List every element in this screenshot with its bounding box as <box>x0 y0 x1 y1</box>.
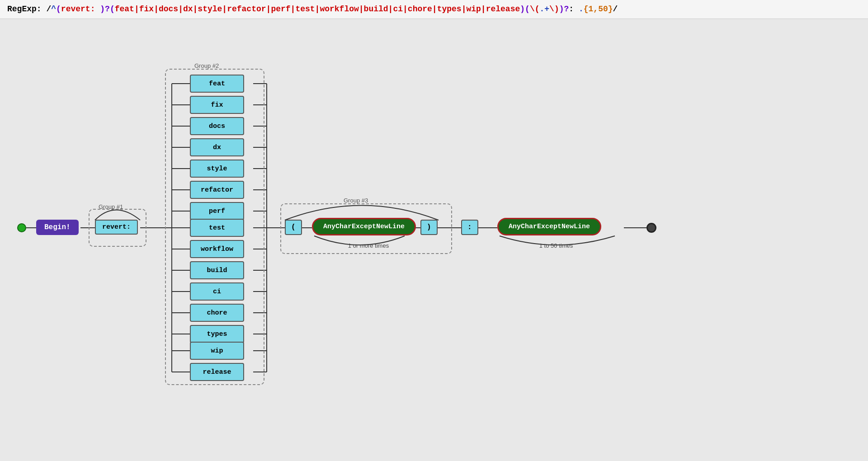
regex-dotplus: .+ <box>540 5 550 14</box>
group2-item-feat: feat <box>190 75 244 93</box>
regex-alts: feat|fix|docs|dx|style|refactor|perf|tes… <box>115 5 520 14</box>
group3-label: Group #3 <box>344 197 368 204</box>
group1-revert-node: revert: <box>95 220 138 235</box>
regex-quant: {1,50} <box>584 5 613 14</box>
regex-escaped-paren-close: \) <box>549 5 559 14</box>
group2-item-test: test <box>190 219 244 237</box>
diagram-area: Begin! Group #1 revert: Group #2 feat fi… <box>0 19 868 457</box>
anychar2-node: AnyCharExceptNewLine <box>497 218 601 235</box>
group2-item-chore: chore <box>190 304 244 322</box>
group2-item-docs: docs <box>190 117 244 135</box>
colon-label: : <box>467 223 472 231</box>
anychar1-label: AnyCharExceptNewLine <box>323 223 405 230</box>
colon-node: : <box>461 220 478 235</box>
group2-label: Group #2 <box>194 62 219 69</box>
anychar2-label: AnyCharExceptNewLine <box>509 223 590 230</box>
regex-qmark1: ? <box>105 5 110 14</box>
group2-item-build: build <box>190 261 244 279</box>
anychar1-node: AnyCharExceptNewLine <box>312 218 416 235</box>
regex-group3-open: ( <box>525 5 530 14</box>
paren-close-node: ) <box>420 220 438 235</box>
paren-open-label: ( <box>291 223 296 231</box>
group2-item-refactor: refactor <box>190 181 244 199</box>
regex-qmark2: ? <box>564 5 569 14</box>
end-circle <box>646 223 656 233</box>
group2-item-ci: ci <box>190 282 244 301</box>
group2-item-types: types <box>190 325 244 343</box>
group2-item-dx: dx <box>190 138 244 156</box>
regex-group2-open: ( <box>110 5 115 14</box>
regex-revert: revert: <box>61 5 100 14</box>
regex-group3-close: ) <box>559 5 564 14</box>
begin-node: Begin! <box>36 220 79 235</box>
revert-label: revert: <box>102 223 131 231</box>
paren-open-node: ( <box>285 220 302 235</box>
regex-group2-close: ) <box>520 5 525 14</box>
group2-item-style: style <box>190 160 244 178</box>
group2-item-perf: perf <box>190 202 244 220</box>
regex-escaped-paren-open: \( <box>530 5 540 14</box>
regex-colon-space: : <box>569 5 579 14</box>
regex-bar: RegExp: /^(revert: )?(feat|fix|docs|dx|s… <box>0 0 868 19</box>
paren-close-label: ) <box>427 223 431 231</box>
group2-item-wip: wip <box>190 342 244 360</box>
group2-item-fix: fix <box>190 96 244 114</box>
start-circle <box>17 223 26 232</box>
regex-label: RegExp: <box>7 5 46 14</box>
regex-anchor: ^ <box>51 5 56 14</box>
regex-group1-close: ) <box>100 5 105 14</box>
repeat2-label: 1 to 50 times <box>511 242 601 249</box>
begin-label: Begin! <box>44 223 71 231</box>
group1-label: Group #1 <box>99 203 123 210</box>
regex-slash-close: / <box>613 5 618 14</box>
group2-item-release: release <box>190 363 244 381</box>
group2-item-workflow: workflow <box>190 240 244 258</box>
regex-dot: . <box>579 5 584 14</box>
regex-slash-open: / <box>46 5 51 14</box>
regex-group1-open: ( <box>56 5 61 14</box>
repeat1-label: 1 or more times <box>323 242 414 249</box>
